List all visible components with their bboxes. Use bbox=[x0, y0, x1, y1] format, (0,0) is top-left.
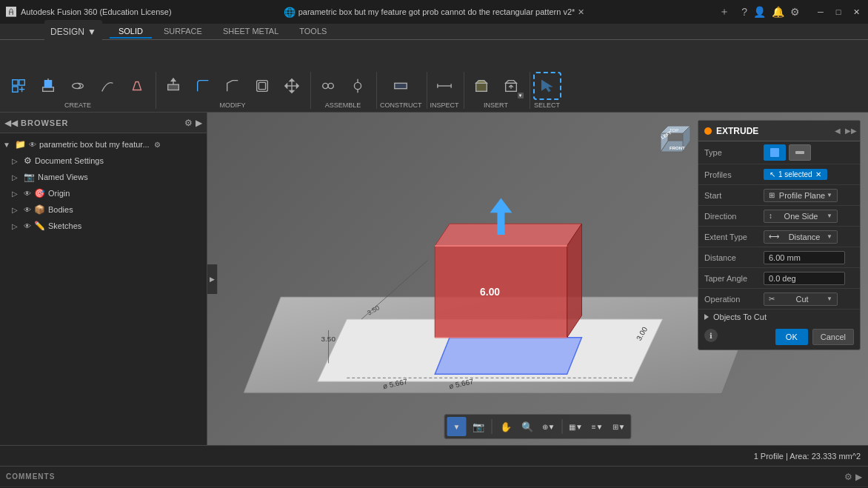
view-select-btn[interactable]: ▼ bbox=[447, 417, 467, 436]
type-thin-btn[interactable] bbox=[789, 144, 811, 161]
extent-type-dropdown[interactable]: ⟷ Distance ▼ bbox=[764, 230, 838, 244]
direction-dropdown[interactable]: ↕ One Side ▼ bbox=[764, 210, 838, 223]
sidebar-collapse-left[interactable]: ◀◀ bbox=[4, 118, 18, 128]
grid-btn[interactable]: ⊞▼ bbox=[610, 417, 629, 436]
minimize-btn[interactable]: ─ bbox=[815, 6, 827, 18]
user-icon[interactable]: 👤 bbox=[753, 6, 766, 18]
tab-sheet-metal[interactable]: SHEET METAL bbox=[214, 25, 287, 39]
direction-row: Direction ↕ One Side ▼ bbox=[698, 206, 860, 227]
vp-sep1 bbox=[492, 419, 493, 434]
app-title: Autodesk Fusion 360 (Education License) bbox=[21, 7, 172, 16]
objects-cut-triangle bbox=[704, 314, 709, 320]
taper-angle-input[interactable] bbox=[764, 272, 845, 285]
home-view-btn[interactable]: 📷 bbox=[469, 417, 488, 436]
effects-btn[interactable]: ≡▼ bbox=[588, 417, 607, 436]
select-btn[interactable] bbox=[533, 72, 561, 100]
extrude-title-row: EXTRUDE bbox=[704, 126, 758, 136]
browser-tree: ▼ 📁 👁 parametric box but my featur... ⚙ … bbox=[0, 133, 207, 445]
loft-btn[interactable] bbox=[123, 72, 151, 100]
shell-btn[interactable] bbox=[248, 72, 276, 100]
operation-value: ✂ Cut ▼ bbox=[764, 293, 854, 306]
operation-dropdown[interactable]: ✂ Cut ▼ bbox=[764, 293, 838, 306]
distance-value bbox=[764, 251, 854, 264]
navigation-cube[interactable]: FRONT LEFT TOP bbox=[653, 118, 698, 163]
tree-bodies[interactable]: ▷ 👁 📦 Bodies bbox=[0, 201, 207, 218]
help-icon[interactable]: ? bbox=[741, 6, 747, 18]
sidebar-toggle[interactable]: ▶ bbox=[207, 264, 218, 294]
svg-text:FRONT: FRONT bbox=[670, 146, 685, 150]
eye-icon-root[interactable]: 👁 bbox=[29, 141, 36, 149]
comments-expand[interactable]: ▶ bbox=[855, 472, 862, 482]
main-area: ◀◀ BROWSER ⚙ ▶ ▼ 📁 👁 parametric box but … bbox=[0, 113, 868, 445]
settings-icon[interactable]: ⚙ bbox=[790, 6, 800, 18]
new-tab-btn[interactable]: ＋ bbox=[719, 5, 730, 19]
viewport[interactable]: ø 5.667 ø 5.667 3.50 3.00 6.00 3.50 bbox=[207, 113, 868, 445]
svg-marker-12 bbox=[171, 78, 176, 81]
direction-dropdown-text: One Side bbox=[784, 212, 818, 221]
browser-settings-icon[interactable]: ⚙ bbox=[184, 118, 193, 128]
tree-named-views[interactable]: ▷ 📷 Named Views bbox=[0, 169, 207, 185]
bodies-vis-icon[interactable]: 👁 bbox=[24, 206, 31, 214]
tree-doc-settings[interactable]: ▷ ⚙ Document Settings bbox=[0, 153, 207, 169]
browser-expand-icon[interactable]: ▶ bbox=[196, 118, 202, 128]
tab-solid[interactable]: SOLID bbox=[110, 25, 152, 39]
panel-footer: ℹ OK Cancel bbox=[698, 324, 860, 350]
offset-plane-btn[interactable] bbox=[387, 72, 415, 100]
sweep-btn[interactable] bbox=[93, 72, 121, 100]
svg-marker-47 bbox=[435, 246, 567, 338]
sketches-vis-icon[interactable]: 👁 bbox=[24, 222, 31, 230]
start-dropdown-text: Profile Plane bbox=[779, 191, 825, 200]
revolve-btn[interactable] bbox=[64, 72, 92, 100]
tree-settings-icon[interactable]: ⚙ bbox=[154, 141, 161, 149]
tab-surface[interactable]: SURFACE bbox=[155, 25, 211, 39]
close-btn[interactable]: ✕ bbox=[850, 6, 862, 18]
notification-icon[interactable]: 🔔 bbox=[772, 6, 784, 18]
start-dropdown[interactable]: ⊞ Profile Plane ▼ bbox=[764, 189, 838, 202]
objects-to-cut-row[interactable]: Objects To Cut bbox=[698, 310, 860, 324]
distance-input[interactable] bbox=[764, 251, 845, 264]
tree-origin[interactable]: ▷ 👁 🎯 Origin bbox=[0, 185, 207, 201]
svg-marker-46 bbox=[435, 338, 581, 375]
cancel-button[interactable]: Cancel bbox=[812, 329, 854, 345]
tab-tools[interactable]: TOOLS bbox=[290, 25, 335, 39]
operation-label: Operation bbox=[704, 295, 764, 304]
close-tab-icon[interactable]: ✕ bbox=[578, 7, 584, 17]
measure-btn[interactable] bbox=[430, 72, 458, 100]
pan-btn[interactable]: ✋ bbox=[496, 417, 515, 436]
info-button[interactable]: ℹ bbox=[704, 329, 718, 342]
joint-origin-btn[interactable] bbox=[344, 72, 372, 100]
press-pull-btn[interactable] bbox=[159, 72, 187, 100]
type-selector bbox=[764, 144, 854, 161]
svg-marker-18 bbox=[290, 90, 294, 93]
profiles-chip[interactable]: ↖ 1 selected ✕ bbox=[764, 169, 827, 180]
maximize-btn[interactable]: □ bbox=[832, 6, 844, 18]
new-component-btn[interactable] bbox=[4, 72, 33, 100]
chip-close[interactable]: ✕ bbox=[815, 170, 821, 178]
chamfer-btn[interactable] bbox=[218, 72, 247, 100]
panel-arrow-left[interactable]: ◀ bbox=[835, 127, 844, 136]
extrude-panel: EXTRUDE ◀ ▶▶ Type bbox=[698, 120, 861, 350]
extrude-header[interactable]: EXTRUDE ◀ ▶▶ bbox=[698, 121, 860, 141]
insert-canvas-btn[interactable]: ▼ bbox=[497, 72, 525, 100]
svg-rect-14 bbox=[258, 82, 265, 89]
type-solid-btn[interactable] bbox=[764, 144, 786, 161]
joint-btn[interactable] bbox=[314, 72, 342, 100]
viewport-bottom-toolbar: ▼ 📷 ✋ 🔍 ⊕▼ ▦▼ ≡▼ ⊞▼ bbox=[444, 414, 632, 439]
extrude-btn[interactable] bbox=[34, 72, 62, 100]
ok-button[interactable]: OK bbox=[775, 329, 808, 345]
svg-marker-31 bbox=[475, 81, 487, 84]
fillet-btn[interactable] bbox=[189, 72, 217, 100]
display-mode-btn[interactable]: ▦▼ bbox=[567, 417, 586, 436]
design-dropdown[interactable]: DESIGN ▼ bbox=[44, 20, 102, 44]
tree-sketches[interactable]: ▷ 👁 ✏️ Sketches bbox=[0, 218, 207, 234]
svg-rect-26 bbox=[395, 83, 407, 88]
panel-arrow-right[interactable]: ▶▶ bbox=[845, 127, 854, 136]
origin-vis-icon[interactable]: 👁 bbox=[24, 190, 31, 198]
zoom-fit-btn[interactable]: ⊕▼ bbox=[539, 417, 558, 436]
orbit-btn[interactable]: 🔍 bbox=[518, 417, 537, 436]
move-btn[interactable] bbox=[278, 72, 306, 100]
tree-root[interactable]: ▼ 📁 👁 parametric box but my featur... ⚙ bbox=[0, 136, 207, 153]
comments-settings[interactable]: ⚙ bbox=[844, 472, 852, 482]
insert-btn[interactable] bbox=[467, 72, 495, 100]
window-controls: ＋ ? 👤 🔔 ⚙ ─ □ ✕ bbox=[719, 5, 862, 19]
